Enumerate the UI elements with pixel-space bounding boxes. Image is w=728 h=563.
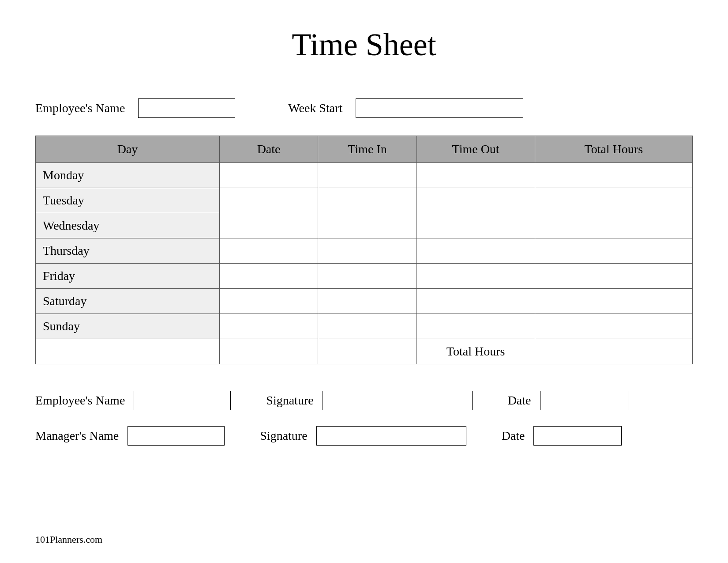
manager-bottom-row: Manager's Name Signature Date <box>35 426 693 446</box>
table-row: Tuesday <box>36 188 693 213</box>
bottom-employee-signature-input[interactable] <box>323 391 473 410</box>
total-hours-value[interactable] <box>535 339 692 364</box>
bottom-manager-signature-input[interactable] <box>316 426 466 446</box>
cell-timein[interactable] <box>318 163 417 188</box>
cell-timein[interactable] <box>318 238 417 264</box>
bottom-manager-date-label: Date <box>502 429 525 443</box>
cell-totalhours[interactable] <box>535 314 692 339</box>
bottom-manager-signature-label: Signature <box>260 429 307 443</box>
table-row: Wednesday <box>36 213 693 238</box>
cell-date[interactable] <box>219 213 318 238</box>
cell-totalhours[interactable] <box>535 188 692 213</box>
header-date: Date <box>219 136 318 163</box>
cell-timeout[interactable] <box>417 289 535 314</box>
cell-date[interactable] <box>219 188 318 213</box>
cell-totalhours[interactable] <box>535 163 692 188</box>
timesheet-table: Day Date Time In Time Out Total Hours Mo… <box>35 136 693 364</box>
cell-day: Tuesday <box>36 188 220 213</box>
header-timein: Time In <box>318 136 417 163</box>
cell-day: Friday <box>36 264 220 289</box>
cell-day: Saturday <box>36 289 220 314</box>
table-row: Friday <box>36 264 693 289</box>
employee-name-label: Employee's Name <box>35 101 125 115</box>
cell-timein[interactable] <box>318 188 417 213</box>
cell-date[interactable] <box>219 238 318 264</box>
footer-text: 101Planners.com <box>35 534 102 545</box>
cell-timeout[interactable] <box>417 188 535 213</box>
employee-name-input[interactable] <box>138 98 235 118</box>
cell-timein[interactable] <box>318 213 417 238</box>
page: Time Sheet Employee's Name Week Start Da… <box>0 0 728 563</box>
bottom-employee-date-label: Date <box>508 393 531 408</box>
table-row: Sunday <box>36 314 693 339</box>
table-header-row: Day Date Time In Time Out Total Hours <box>36 136 693 163</box>
page-title: Time Sheet <box>35 26 693 63</box>
bottom-employee-name-input[interactable] <box>134 391 231 410</box>
total-hours-row: Total Hours <box>36 339 693 364</box>
header-timeout: Time Out <box>417 136 535 163</box>
cell-date[interactable] <box>219 314 318 339</box>
cell-day: Sunday <box>36 314 220 339</box>
table-row: Thursday <box>36 238 693 264</box>
cell-totalhours[interactable] <box>535 238 692 264</box>
cell-day: Monday <box>36 163 220 188</box>
header-day: Day <box>36 136 220 163</box>
total-empty-col-timein <box>318 339 417 364</box>
employee-bottom-row: Employee's Name Signature Date <box>35 391 693 410</box>
bottom-employee-signature-label: Signature <box>266 393 313 408</box>
cell-date[interactable] <box>219 289 318 314</box>
bottom-manager-name-input[interactable] <box>128 426 225 446</box>
cell-timeout[interactable] <box>417 213 535 238</box>
cell-date[interactable] <box>219 163 318 188</box>
cell-timeout[interactable] <box>417 163 535 188</box>
cell-date[interactable] <box>219 264 318 289</box>
bottom-manager-date-input[interactable] <box>533 426 622 446</box>
table-row: Saturday <box>36 289 693 314</box>
footer: 101Planners.com <box>35 534 102 545</box>
cell-timein[interactable] <box>318 289 417 314</box>
cell-timeout[interactable] <box>417 264 535 289</box>
cell-timein[interactable] <box>318 264 417 289</box>
total-empty-col-date <box>219 339 318 364</box>
bottom-employee-name-label: Employee's Name <box>35 393 125 408</box>
week-start-label: Week Start <box>288 101 342 115</box>
week-start-input[interactable] <box>356 98 523 118</box>
cell-totalhours[interactable] <box>535 264 692 289</box>
cell-totalhours[interactable] <box>535 213 692 238</box>
cell-day: Thursday <box>36 238 220 264</box>
bottom-fields: Employee's Name Signature Date Manager's… <box>35 391 693 446</box>
table-row: Monday <box>36 163 693 188</box>
bottom-employee-date-input[interactable] <box>540 391 628 410</box>
cell-timeout[interactable] <box>417 314 535 339</box>
total-hours-label: Total Hours <box>417 339 535 364</box>
cell-day: Wednesday <box>36 213 220 238</box>
bottom-manager-name-label: Manager's Name <box>35 429 119 443</box>
top-fields-row: Employee's Name Week Start <box>35 98 693 118</box>
cell-timeout[interactable] <box>417 238 535 264</box>
header-totalhours: Total Hours <box>535 136 692 163</box>
total-empty-col-day <box>36 339 220 364</box>
cell-timein[interactable] <box>318 314 417 339</box>
cell-totalhours[interactable] <box>535 289 692 314</box>
